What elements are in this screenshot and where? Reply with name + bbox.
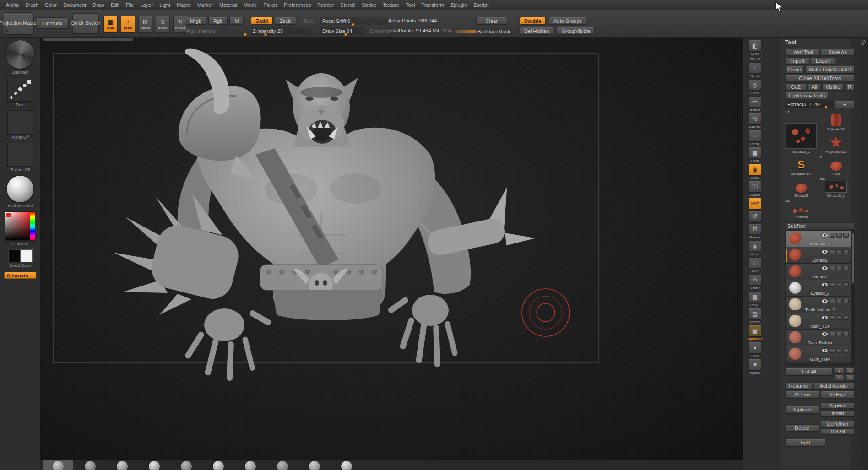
viewport-button-icon[interactable]: ↻ — [748, 274, 762, 286]
quick-pick-item[interactable] — [139, 460, 169, 470]
menu-item[interactable]: Brush — [22, 2, 42, 8]
rgb-button[interactable]: Rgb — [208, 17, 228, 25]
current-tool-slider[interactable]: Extract3_1. 49 — [785, 101, 834, 108]
draw-mode-button[interactable]: + Draw — [121, 16, 135, 33]
spix-slider[interactable]: SPix 3 — [746, 57, 764, 61]
m-button[interactable]: M — [229, 17, 244, 25]
viewport-button-icon[interactable]: ▦ — [748, 147, 762, 158]
subtool-up-button[interactable]: ▲ — [835, 368, 844, 374]
tool-extract3-1[interactable]: 54 Extract3_1 — [820, 177, 852, 198]
viewport-button-icon[interactable]: ▭ — [748, 96, 762, 108]
local-button[interactable]: ◉ Local — [746, 164, 764, 180]
zoom-button[interactable]: ◎ Zoom — [746, 79, 764, 95]
remesh-toggle-icon[interactable] — [843, 315, 849, 320]
viewport-button-icon[interactable]: ▩ — [748, 291, 762, 303]
uv-toggle-icon[interactable] — [836, 266, 842, 270]
rotate-gizmo-button[interactable]: ↻ Rotate — [746, 274, 764, 290]
tool-r-button[interactable]: R — [835, 101, 855, 108]
panel-menu-circle-icon[interactable] — [861, 40, 866, 45]
menu-item[interactable]: Render — [314, 2, 337, 8]
switch-color[interactable]: SwitchColor — [8, 249, 32, 268]
menu-item[interactable]: Zscript — [470, 2, 492, 8]
current-alpha[interactable]: Alpha Off — [7, 110, 33, 140]
viewport-button-icon[interactable]: ● — [748, 342, 762, 353]
clone-all-subtools-button[interactable]: Clone All SubTools — [785, 75, 855, 82]
quick-sketch-button[interactable]: Quick Sketch — [72, 13, 99, 33]
viewport-button-icon[interactable]: XYZ — [748, 198, 762, 209]
remesh-toggle-icon[interactable] — [843, 348, 849, 353]
alternate-button[interactable]: Alternate — [4, 271, 36, 279]
tool-cylinder3d[interactable]: Cylinder3D — [820, 110, 852, 131]
uv-toggle-icon[interactable] — [836, 299, 842, 303]
quick-pick-item[interactable] — [299, 460, 330, 470]
lightbox-button[interactable]: LightBox — [37, 17, 69, 29]
list-all-button[interactable]: List All — [785, 368, 833, 375]
palette-thumbnail[interactable] — [7, 78, 33, 102]
subtool-row[interactable]: Extract2 — [786, 247, 854, 264]
color-picker[interactable]: Gradient — [5, 211, 35, 246]
visibility-eye-icon[interactable] — [821, 299, 828, 303]
dynamic-persp-button[interactable]: ▤ Dynamic — [746, 325, 764, 341]
tool-polymesh3d[interactable]: PolyMesh3D — [820, 133, 852, 154]
viewport-canvas[interactable] — [40, 38, 743, 460]
menu-item[interactable]: Texture — [380, 2, 402, 8]
group-visible-button[interactable]: GroupVisible — [557, 27, 595, 35]
menu-item[interactable]: Alpha — [3, 2, 22, 8]
palette-thumbnail[interactable] — [7, 110, 33, 134]
zsub-button[interactable]: Zsub — [275, 17, 296, 25]
append-button[interactable]: Append — [821, 402, 855, 409]
quick-pick-item[interactable] — [43, 460, 73, 470]
draw-size-slider[interactable]: Draw Size 64 — [320, 27, 365, 35]
sdiv-slider[interactable] — [455, 30, 476, 33]
subtool-row[interactable]: Eyeball_1 — [786, 280, 854, 297]
current-material[interactable]: BasicMaterial — [6, 175, 34, 208]
polypaint-toggle-icon[interactable] — [830, 332, 835, 336]
uv-toggle-icon[interactable] — [836, 233, 842, 238]
menu-item[interactable]: Stencil — [337, 2, 358, 8]
viewport-button-icon[interactable]: ↺ — [748, 211, 762, 222]
viewport-button-icon[interactable]: ▤ — [748, 325, 762, 336]
subtool-scrollbar[interactable] — [851, 231, 854, 365]
viewport-button-icon[interactable]: + — [748, 62, 762, 74]
scale-mode-button[interactable]: S Scale — [156, 16, 170, 33]
zcut-button[interactable]: Zcut — [298, 17, 318, 25]
lsym-button[interactable]: ◫ L.Sym — [746, 181, 764, 197]
subtool-row[interactable]: Extract2 — [786, 264, 854, 280]
del-all-button[interactable]: Del All — [821, 428, 855, 435]
menu-item[interactable]: Zplugin — [447, 2, 470, 8]
visibility-eye-icon[interactable] — [821, 315, 828, 320]
make-polymesh3d-button[interactable]: Make PolyMesh3D — [805, 66, 855, 73]
polypaint-toggle-icon[interactable] — [830, 299, 835, 303]
quick-pick-item[interactable] — [107, 460, 137, 470]
remesh-toggle-icon[interactable] — [843, 332, 849, 336]
slider-handle[interactable] — [824, 106, 827, 109]
remesh-toggle-icon[interactable] — [843, 249, 849, 254]
del-other-button[interactable]: Del Other — [821, 421, 855, 427]
focal-shift-slider[interactable]: Focal Shift 0 — [320, 17, 387, 25]
import-button[interactable]: Import — [785, 57, 809, 65]
menu-item[interactable]: Edit — [108, 2, 123, 8]
delete-button[interactable]: Delete — [785, 424, 819, 432]
bpr-button[interactable]: ◧ BPR — [746, 40, 764, 56]
menu-item[interactable]: Macro — [174, 2, 194, 8]
viewport-button-icon[interactable]: ⊡ — [748, 223, 762, 235]
subtool-section-header[interactable]: SubTool — [785, 222, 855, 229]
subtool-down-button[interactable]: ▼ — [845, 368, 855, 374]
visibility-eye-icon[interactable] — [821, 266, 828, 270]
viewport-button-icon[interactable]: ▨ — [748, 308, 762, 319]
visibility-eye-icon[interactable] — [821, 348, 828, 353]
slider-handle[interactable] — [264, 33, 267, 36]
xyz-button[interactable]: XYZ — [746, 198, 764, 210]
auto-groups-button[interactable]: Auto Groups — [549, 17, 586, 25]
tool-final8[interactable]: 2 final8 — [820, 155, 852, 176]
viewport-button-icon[interactable]: ◇ — [748, 257, 762, 269]
current-stroke[interactable]: Dots — [7, 78, 33, 107]
move-mode-button[interactable]: M Move — [138, 16, 152, 33]
quick-pick-item[interactable] — [171, 460, 201, 470]
remesh-toggle-icon[interactable] — [843, 233, 849, 238]
quick-pick-item[interactable] — [235, 460, 266, 470]
menu-item[interactable]: Preferences — [281, 2, 314, 8]
viewport-button-icon[interactable]: ◎ — [748, 79, 762, 91]
xpose-button[interactable]: ≡ Xpose — [746, 359, 764, 375]
subtool-move-up-button[interactable]: ↶ — [835, 375, 844, 381]
